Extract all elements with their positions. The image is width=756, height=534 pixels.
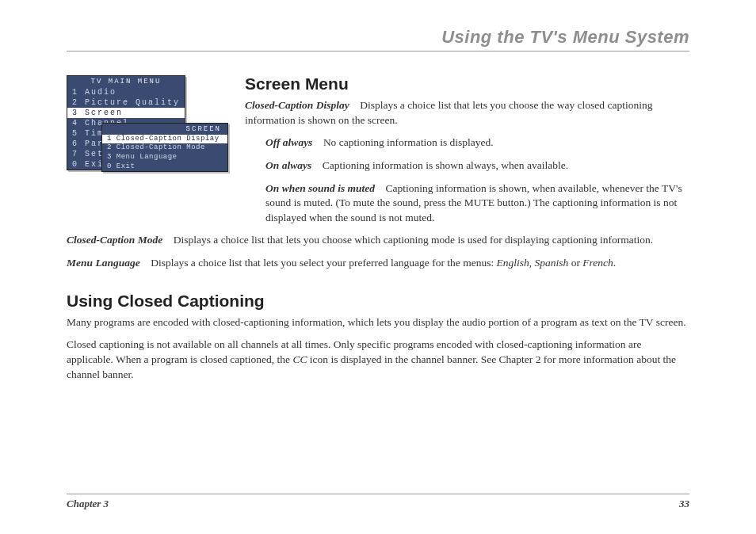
main-menu-item: 2 Picture Quality bbox=[67, 97, 185, 108]
lang-sep2: or bbox=[568, 257, 582, 269]
submenu-item: 3 Menu Language bbox=[102, 153, 227, 162]
body-content: Screen Menu Closed-Caption Display Displ… bbox=[245, 73, 689, 390]
term-menu-language: Menu Language bbox=[67, 257, 140, 269]
cc-mode-paragraph: Closed-Caption Mode Displays a choice li… bbox=[67, 233, 689, 248]
lang-english: English bbox=[497, 257, 529, 269]
lang-end: . bbox=[613, 257, 616, 269]
on-always-text: Captioning information is shown always, … bbox=[323, 159, 568, 171]
lang-french: French bbox=[582, 257, 613, 269]
cc-usage-p2: Closed captioning is not available on al… bbox=[67, 338, 689, 382]
main-menu-title: TV MAIN MENU bbox=[67, 76, 185, 87]
lang-sep1: , bbox=[529, 257, 535, 269]
off-always-text: No captioning information is displayed. bbox=[323, 136, 494, 148]
header-title: Using the TV's Menu System bbox=[67, 27, 689, 48]
lang-spanish: Spanish bbox=[535, 257, 569, 269]
cc-display-paragraph: Closed-Caption Display Displays a choice… bbox=[245, 98, 689, 128]
menu-language-text-a: Displays a choice list that lets you sel… bbox=[151, 257, 496, 269]
screen-submenu-osd: SCREEN 1 Closed-Caption Display2 Closed-… bbox=[101, 123, 228, 172]
footer-chapter: Chapter 3 bbox=[67, 498, 109, 510]
footer-page-number: 33 bbox=[679, 498, 689, 510]
main-menu-item: 1 Audio bbox=[67, 87, 185, 97]
cc-icon: CC bbox=[292, 353, 307, 365]
option-on-muted: On when sound is muted Captioning inform… bbox=[265, 181, 689, 226]
page-header: Using the TV's Menu System bbox=[67, 27, 689, 51]
submenu-item: 0 Exit bbox=[102, 162, 227, 172]
term-off-always: Off always bbox=[265, 136, 312, 148]
tv-menu-screenshot: TV MAIN MENU 1 Audio2 Picture Quality3 S… bbox=[67, 75, 233, 170]
term-on-always: On always bbox=[265, 159, 311, 171]
submenu-item: 1 Closed-Caption Display bbox=[102, 135, 227, 144]
cc-mode-text: Displays a choice list that lets you cho… bbox=[174, 234, 654, 246]
term-cc-display: Closed-Caption Display bbox=[245, 99, 349, 111]
option-off-always: Off always No captioning information is … bbox=[265, 135, 689, 151]
menu-language-paragraph: Menu Language Displays a choice list tha… bbox=[67, 256, 689, 271]
term-cc-mode: Closed-Caption Mode bbox=[67, 234, 162, 246]
section-heading-screen-menu: Screen Menu bbox=[245, 74, 689, 93]
term-on-muted: On when sound is muted bbox=[265, 182, 375, 194]
page-footer: Chapter 3 33 bbox=[67, 494, 689, 510]
cc-usage-p1: Many programs are encoded with closed-ca… bbox=[67, 315, 689, 330]
option-on-always: On always Captioning information is show… bbox=[265, 158, 689, 174]
section-heading-closed-captioning: Using Closed Captioning bbox=[67, 292, 689, 311]
main-menu-item: 3 Screen bbox=[67, 108, 185, 118]
submenu-item: 2 Closed-Caption Mode bbox=[102, 143, 227, 153]
submenu-title: SCREEN bbox=[102, 124, 227, 135]
